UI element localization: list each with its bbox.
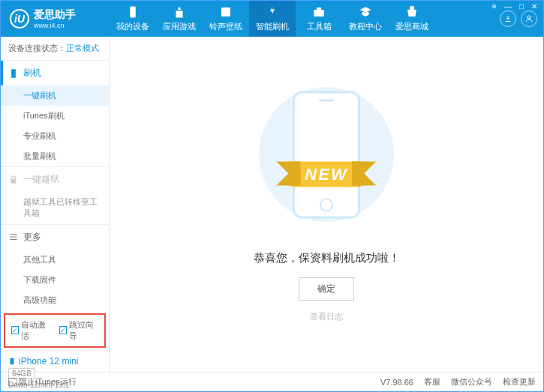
svg-rect-7 [11,358,14,364]
wechat-link[interactable]: 微信公众号 [451,376,492,388]
check-icon: ✓ [11,326,19,334]
sidebar-item-other[interactable]: 其他工具 [1,250,109,270]
nav-ringtones[interactable]: 铃声壁纸 [203,1,249,37]
phone-icon [8,68,19,79]
nav-label: 工具箱 [307,21,332,32]
nav: 我的设备 应用游戏 铃声壁纸 智能刷机 工具箱 [110,1,500,37]
phone-icon [8,356,16,367]
sidebar-item-download[interactable]: 下载固件 [1,270,109,290]
update-link[interactable]: 检查更新 [503,376,536,388]
auto-activate-checkbox[interactable]: ✓ 自动激活 [11,319,50,342]
block-itunes-checkbox[interactable]: 阻止iTunes运行 [8,376,77,388]
ok-button[interactable]: 确定 [299,277,354,301]
svg-point-4 [527,16,530,19]
list-icon [8,232,19,242]
user-button[interactable] [521,10,537,27]
menu-icon[interactable]: ≡ [491,2,498,10]
sidebar-more-header[interactable]: 更多 [1,225,109,250]
checkbox-label: 跳过向导 [69,319,98,342]
nav-store[interactable]: 爱思商城 [389,1,435,37]
app-title: 爱思助手 [34,8,76,22]
sidebar-jailbreak-header: 一键越狱 [1,167,109,192]
toolbox-icon [312,5,326,19]
tutorial-icon [359,5,372,19]
version-text: V7.98.66 [380,378,413,387]
jailbreak-note: 越狱工具已转移至工具箱 [1,192,109,224]
main-content: NEW 恭喜您，保资料刷机成功啦！ 确定 查看日志 [110,37,543,372]
wallpaper-icon [219,5,233,19]
checkbox-label: 自动激活 [21,319,50,342]
nav-toolbox[interactable]: 工具箱 [296,1,342,37]
svg-rect-2 [314,10,324,16]
titlebar: iU 爱思助手 www.i4.cn 我的设备 应用游戏 铃声壁纸 [1,1,543,37]
lock-icon [8,175,19,185]
device-name: iPhone 12 mini [8,356,101,367]
svg-rect-1 [221,7,230,16]
success-illustration: NEW [274,86,379,236]
sidebar-label: 刷机 [23,67,41,79]
view-log-link[interactable]: 查看日志 [310,311,343,322]
flash-icon [266,5,279,19]
minimize-button[interactable]: — [503,2,513,10]
sidebar-item-batch[interactable]: 批量刷机 [1,146,109,166]
check-icon [8,378,17,386]
svg-rect-3 [317,7,321,10]
apps-icon [173,5,186,19]
sidebar-label: 一键越狱 [23,173,59,186]
nav-apps[interactable]: 应用游戏 [156,1,203,37]
nav-label: 我的设备 [116,21,149,32]
sidebar-item-oneclick[interactable]: 一键刷机 [1,85,109,106]
maximize-button[interactable]: □ [518,2,525,10]
store-icon [405,5,419,19]
new-ribbon: NEW [291,162,361,187]
svg-rect-0 [130,7,136,18]
sidebar-label: 更多 [23,231,41,244]
nav-label: 智能刷机 [256,21,289,32]
connection-status: 设备连接状态：正常模式 [1,37,109,60]
nav-my-device[interactable]: 我的设备 [110,1,156,37]
success-message: 恭喜您，保资料刷机成功啦！ [254,251,400,265]
nav-label: 爱思商城 [395,21,428,32]
skip-guide-checkbox[interactable]: ✓ 跳过向导 [59,319,98,342]
connection-mode: 正常模式 [66,43,99,52]
logo: iU 爱思助手 www.i4.cn [1,8,110,29]
svg-rect-5 [11,69,16,78]
nav-label: 铃声壁纸 [209,21,242,32]
nav-label: 教程中心 [349,21,382,32]
footer: 阻止iTunes运行 V7.98.66 客服 微信公众号 检查更新 [1,372,543,391]
sidebar-item-itunes[interactable]: iTunes刷机 [1,106,109,126]
device-icon [126,5,140,19]
nav-label: 应用游戏 [163,21,196,32]
nav-tutorial[interactable]: 教程中心 [342,1,389,37]
sidebar-item-advanced[interactable]: 高级功能 [1,290,109,310]
check-icon: ✓ [59,326,67,334]
sidebar-item-pro[interactable]: 专业刷机 [1,126,109,146]
sidebar-flash-header[interactable]: 刷机 [1,61,109,85]
svg-rect-6 [11,178,17,183]
app-subtitle: www.i4.cn [34,22,76,29]
nav-flash[interactable]: 智能刷机 [249,1,296,37]
service-link[interactable]: 客服 [424,376,440,388]
download-button[interactable] [500,10,516,27]
close-button[interactable]: ✕ [530,2,539,10]
checkbox-label: 阻止iTunes运行 [19,376,77,388]
sidebar: 设备连接状态：正常模式 刷机 一键刷机 iTunes刷机 专业刷机 批量刷机 一… [1,37,110,372]
logo-icon: iU [10,9,29,28]
checkbox-row: ✓ 自动激活 ✓ 跳过向导 [4,313,106,348]
